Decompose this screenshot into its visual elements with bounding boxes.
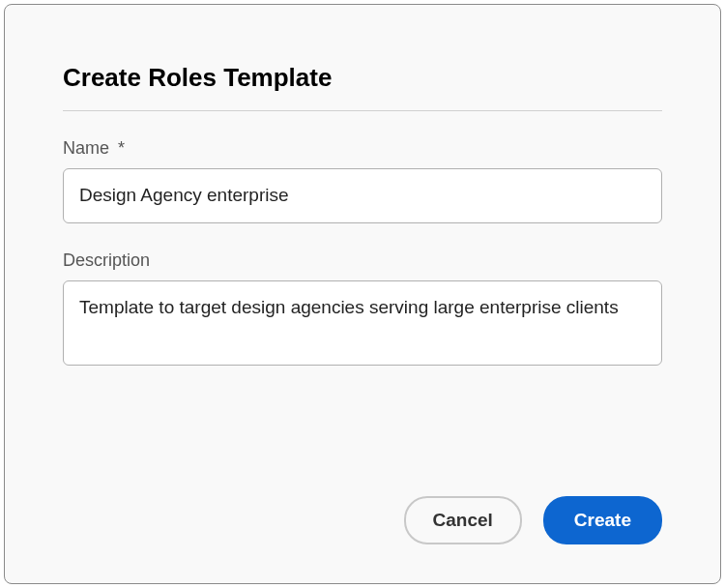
create-roles-template-dialog: Create Roles Template Name * Description… (4, 4, 721, 584)
description-label: Description (63, 250, 662, 271)
description-input[interactable] (63, 280, 662, 366)
dialog-title: Create Roles Template (63, 63, 662, 93)
divider (63, 110, 662, 111)
name-label: Name * (63, 138, 662, 159)
create-button[interactable]: Create (543, 496, 662, 544)
cancel-button[interactable]: Cancel (404, 496, 522, 544)
name-field-group: Name * (63, 138, 662, 223)
button-row: Cancel Create (63, 477, 662, 544)
description-field-group: Description (63, 250, 662, 369)
name-input[interactable] (63, 168, 662, 223)
required-asterisk: * (118, 138, 125, 158)
name-label-text: Name (63, 138, 109, 158)
